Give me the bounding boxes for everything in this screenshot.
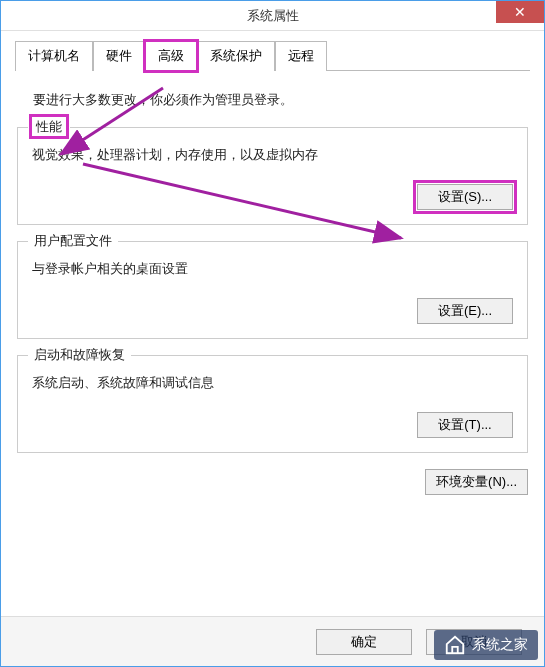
group-performance-title: 性能 — [28, 118, 70, 136]
group-startup-recovery-btn-row: 设置(T)... — [32, 412, 513, 438]
tab-hardware[interactable]: 硬件 — [93, 41, 145, 71]
environment-variables-button[interactable]: 环境变量(N)... — [425, 469, 528, 495]
watermark-text: 系统之家 — [472, 636, 528, 654]
group-startup-recovery-desc: 系统启动、系统故障和调试信息 — [32, 374, 513, 392]
close-icon: ✕ — [514, 4, 526, 20]
env-variables-row: 环境变量(N)... — [17, 469, 528, 495]
tab-advanced[interactable]: 高级 — [145, 41, 197, 71]
group-performance-btn-row: 设置(S)... — [32, 184, 513, 210]
group-user-profiles-desc: 与登录帐户相关的桌面设置 — [32, 260, 513, 278]
admin-note: 要进行大多数更改，你必须作为管理员登录。 — [33, 91, 530, 109]
startup-recovery-settings-button[interactable]: 设置(T)... — [417, 412, 513, 438]
group-performance-desc: 视觉效果，处理器计划，内存使用，以及虚拟内存 — [32, 146, 513, 164]
tab-system-protection[interactable]: 系统保护 — [197, 41, 275, 71]
group-performance: 性能 视觉效果，处理器计划，内存使用，以及虚拟内存 设置(S)... — [17, 127, 528, 225]
group-user-profiles-title: 用户配置文件 — [28, 232, 118, 250]
titlebar: 系统属性 ✕ — [1, 1, 544, 31]
tab-strip: 计算机名 硬件 高级 系统保护 远程 — [15, 41, 530, 71]
close-button[interactable]: ✕ — [496, 1, 544, 23]
ok-button[interactable]: 确定 — [316, 629, 412, 655]
window-title: 系统属性 — [247, 7, 299, 25]
house-icon — [444, 634, 466, 656]
tab-computer-name[interactable]: 计算机名 — [15, 41, 93, 71]
content-area: 计算机名 硬件 高级 系统保护 远程 要进行大多数更改，你必须作为管理员登录。 … — [1, 31, 544, 666]
tab-remote[interactable]: 远程 — [275, 41, 327, 71]
performance-title-highlight: 性能 — [34, 119, 64, 134]
group-user-profiles-btn-row: 设置(E)... — [32, 298, 513, 324]
group-startup-recovery: 启动和故障恢复 系统启动、系统故障和调试信息 设置(T)... — [17, 355, 528, 453]
group-startup-recovery-title: 启动和故障恢复 — [28, 346, 131, 364]
performance-settings-button[interactable]: 设置(S)... — [417, 184, 513, 210]
system-properties-window: 系统属性 ✕ 计算机名 硬件 高级 系统保护 远程 要进行大多数更改，你必须作为… — [0, 0, 545, 667]
user-profiles-settings-button[interactable]: 设置(E)... — [417, 298, 513, 324]
group-user-profiles: 用户配置文件 与登录帐户相关的桌面设置 设置(E)... — [17, 241, 528, 339]
watermark: 系统之家 — [434, 630, 538, 660]
